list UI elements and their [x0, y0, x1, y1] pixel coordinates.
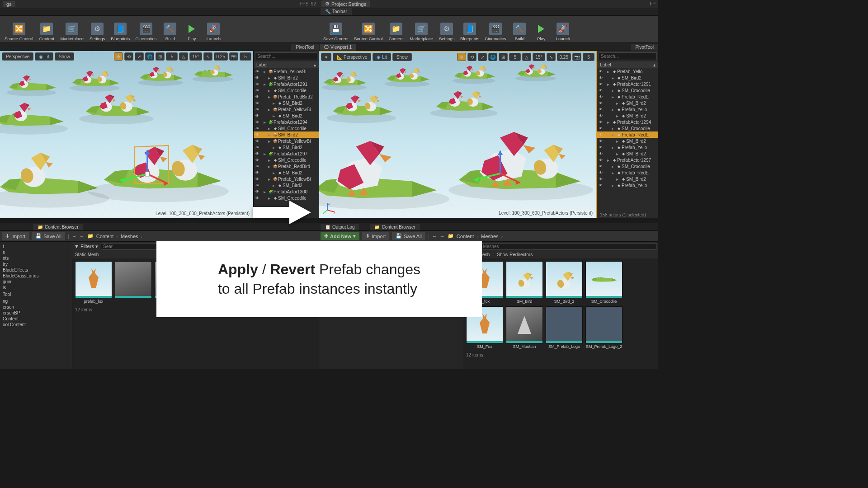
outliner-item[interactable]: 👁▸◆Prefab_Yello — [597, 182, 658, 188]
add-new-button[interactable]: ✚ Add New ▾ — [321, 232, 359, 240]
outliner-item[interactable]: 👁▸🧩PrefabActor1297 — [254, 150, 319, 157]
visibility-eye-icon[interactable]: 👁 — [254, 82, 261, 86]
rotate-gizmo-icon[interactable]: ⟲ — [467, 53, 476, 61]
visibility-eye-icon[interactable]: 👁 — [254, 89, 261, 93]
show-button[interactable]: Show — [55, 52, 74, 61]
import-button[interactable]: ⬇ Import — [2, 232, 29, 240]
visibility-eye-icon[interactable]: 👁 — [597, 133, 604, 137]
folder-item[interactable]: BladeGrassLands — [1, 273, 71, 279]
outliner-item[interactable]: 👁▸🧩PrefabActor1291 — [254, 81, 319, 87]
snap-grid-icon[interactable]: ⊞ — [156, 52, 165, 61]
cinematics-button[interactable]: 🎬Cinematics — [482, 17, 509, 42]
tab-output-log[interactable]: 📋 Output Log — [321, 224, 359, 230]
blueprints-button[interactable]: 📘Blueprints — [458, 17, 482, 42]
folder-item[interactable]: guin — [1, 279, 71, 285]
tab-toolbar[interactable]: 🔧 Toolbar — [321, 8, 352, 15]
visibility-eye-icon[interactable]: 👁 — [597, 70, 604, 74]
outliner-item[interactable]: 👁▸📦SM_Bird2 — [254, 131, 319, 138]
tab-viewport[interactable]: 🖵 Viewport 1 — [320, 44, 356, 51]
asset-thumbnail[interactable] — [115, 261, 152, 304]
tab-content-browser[interactable]: 📁 Content Browser — [370, 224, 420, 230]
folder-item[interactable]: ls — [1, 285, 71, 291]
outliner-item[interactable]: 👁▸◆SM_Bird2 — [254, 100, 319, 106]
cinematics-button[interactable]: 🎬Cinematics — [132, 17, 159, 42]
visibility-eye-icon[interactable]: 👁 — [597, 108, 604, 112]
folder-item[interactable]: s — [1, 249, 71, 255]
tab-gs[interactable]: gs — [3, 1, 15, 7]
launch-button[interactable]: 🚀Launch — [552, 17, 574, 42]
asset-thumbnail[interactable]: prefab_fox — [75, 261, 112, 304]
world-local-icon[interactable]: 🌐 — [145, 52, 154, 61]
outliner-item[interactable]: 👁▸◆Prefab_Yello — [597, 144, 658, 150]
visibility-eye-icon[interactable]: 👁 — [597, 95, 604, 99]
scene-3d[interactable] — [0, 51, 253, 218]
outliner-item[interactable]: 👁▸◆Prefab_Yello — [597, 106, 658, 113]
outliner-item[interactable]: 👁▸◆SM_Bird2 — [254, 182, 319, 188]
outliner-item[interactable]: 👁▸◆SM_Bird2 — [597, 75, 658, 81]
content-button[interactable]: 📁Content — [385, 17, 407, 42]
perspective-dropdown[interactable]: Perspective — [2, 52, 33, 61]
visibility-eye-icon[interactable]: 👁 — [254, 139, 261, 143]
outliner-item[interactable]: 👁▸◆SM_Bird2 — [254, 113, 319, 119]
outliner-label-header[interactable]: Label▴ — [254, 61, 319, 68]
outliner-item[interactable]: 👁▸◆SM_Bird2 — [597, 176, 658, 182]
outliner-item[interactable]: 👁▸◆SM_Crocodile — [597, 87, 658, 94]
visibility-eye-icon[interactable]: 👁 — [254, 164, 261, 169]
blueprints-button[interactable]: 📘Blueprints — [108, 17, 132, 42]
grid-snap-value[interactable]: 5 — [166, 52, 178, 61]
sources-panel[interactable]: tsntstryBladeEffectsBladeGrassLandsguinl… — [0, 242, 72, 369]
history-fwd-icon[interactable]: → — [440, 234, 445, 239]
outliner-item[interactable]: 👁▸◆PrefabActor1294 — [597, 119, 658, 125]
outliner-item[interactable]: 👁▸◆Prefab_RedE — [597, 169, 658, 176]
rotate-gizmo-icon[interactable]: ⟲ — [124, 52, 133, 61]
visibility-eye-icon[interactable]: 👁 — [597, 76, 604, 80]
visibility-eye-icon[interactable]: 👁 — [597, 101, 604, 105]
snap-angle-icon[interactable]: △ — [522, 53, 531, 61]
outliner-item[interactable]: 👁▸◆Prefab_Yello — [597, 68, 658, 75]
save-all-button[interactable]: 💾 Save All — [392, 232, 425, 240]
angle-snap-value[interactable]: 15° — [533, 53, 545, 61]
camera-speed-icon[interactable]: 📷 — [572, 53, 581, 61]
history-fwd-icon[interactable]: → — [80, 234, 85, 239]
visibility-eye-icon[interactable]: 👁 — [254, 133, 261, 137]
breadcrumb[interactable]: 📁 Content›Meshes› — [87, 233, 142, 239]
play-button[interactable]: Play — [530, 17, 552, 42]
angle-snap-value[interactable]: 15° — [189, 52, 202, 61]
outliner-item[interactable]: 👁▸◆SM_Crocodile — [597, 125, 658, 131]
asset-thumbnail[interactable]: SM_Prefab_Logo_2 — [585, 306, 623, 349]
outliner-item[interactable]: 👁▸🧩PrefabActor1294 — [254, 119, 319, 125]
settings-button[interactable]: ⚙Settings — [436, 17, 458, 42]
outliner-item[interactable]: 👁▸◆SM_Crocodile — [254, 157, 319, 163]
outliner-search-input[interactable] — [599, 52, 657, 60]
folder-item[interactable]: Tool — [1, 291, 71, 297]
camera-speed-value[interactable]: 5 — [583, 53, 594, 61]
tab-project-settings[interactable]: ⚙ Project Settings — [321, 0, 370, 7]
visibility-eye-icon[interactable]: 👁 — [597, 145, 604, 150]
source-control-button[interactable]: 🔀Source Control — [2, 17, 36, 42]
tab-pivot-tool[interactable]: PivotTool — [291, 44, 319, 51]
outliner-item[interactable]: 👁▸📦Prefab_YellowBi — [254, 176, 319, 182]
visibility-eye-icon[interactable]: 👁 — [254, 127, 261, 131]
translate-gizmo-icon[interactable]: ✥ — [114, 52, 123, 61]
visibility-eye-icon[interactable]: 👁 — [254, 108, 261, 112]
build-button[interactable]: 🔨Build — [509, 17, 530, 42]
folder-item[interactable]: ersonBP — [1, 310, 71, 316]
breadcrumb[interactable]: 📁 Content›Meshes› — [448, 233, 503, 239]
outliner-item[interactable]: 👁▸◆SM_Bird2 — [254, 144, 319, 150]
scale-snap-value[interactable]: 0.25 — [557, 53, 571, 61]
visibility-eye-icon[interactable]: 👁 — [254, 101, 261, 105]
asset-thumbnail[interactable]: SM_Bird_2 — [546, 261, 583, 304]
outliner-item[interactable]: 👁▸◆SM_Crocodile — [597, 163, 658, 169]
lit-mode-button[interactable]: ◉ Lit — [35, 52, 53, 61]
build-button[interactable]: 🔨Build — [159, 17, 181, 42]
scale-snap-value[interactable]: 0.25 — [214, 52, 228, 61]
outliner-item[interactable]: 👁▸📦Prefab_RedBird2 — [254, 94, 319, 100]
visibility-eye-icon[interactable]: 👁 — [597, 152, 604, 156]
outliner-item[interactable]: 👁▸📦Prefab_YellowBi — [254, 106, 319, 113]
outliner-label-header[interactable]: Label▴ — [597, 61, 658, 68]
scene-3d[interactable] — [319, 52, 596, 218]
outliner-item[interactable]: 👁▸📦Prefab_RedBird — [254, 163, 319, 169]
outliner-item[interactable]: 👁▸◆SM_Bird2 — [597, 150, 658, 157]
folder-item[interactable]: BladeEffects — [1, 267, 71, 273]
scale-gizmo-icon[interactable]: ⤢ — [478, 53, 487, 61]
